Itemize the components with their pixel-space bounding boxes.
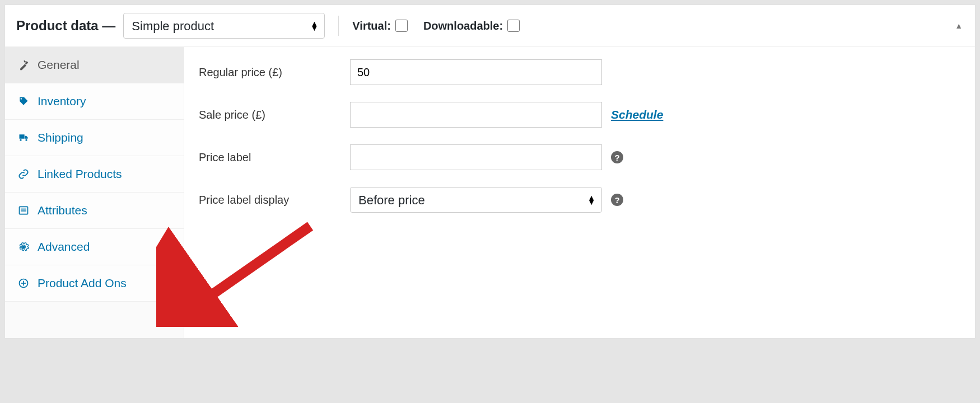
- tab-label: General: [38, 58, 80, 72]
- tab-label: Inventory: [38, 95, 86, 108]
- sale-price-input[interactable]: [350, 102, 602, 128]
- list-icon: [17, 204, 30, 217]
- tab-product-add-ons[interactable]: Product Add Ons: [5, 265, 184, 302]
- panel-header: Product data — Simple product ▲▼ Virtual…: [5, 5, 975, 47]
- downloadable-label: Downloadable:: [423, 20, 503, 32]
- tab-attributes[interactable]: Attributes: [5, 193, 184, 229]
- product-type-select[interactable]: Simple product: [123, 13, 325, 39]
- tab-content-general: Regular price (£) Sale price (£) Schedul…: [184, 47, 975, 338]
- panel-title: Product data —: [16, 18, 115, 34]
- link-icon: [17, 168, 30, 180]
- tab-label: Shipping: [38, 131, 83, 144]
- field-price-label-display: Price label display Before price ▲▼ ?: [199, 187, 960, 213]
- gear-icon: [17, 241, 30, 253]
- plus-circle-icon: [17, 277, 30, 289]
- tab-shipping[interactable]: Shipping: [5, 120, 184, 156]
- virtual-label: Virtual:: [352, 20, 391, 32]
- price-label-display-label: Price label display: [199, 194, 350, 207]
- collapse-icon[interactable]: ▲: [955, 21, 963, 30]
- tab-linked-products[interactable]: Linked Products: [5, 156, 184, 193]
- downloadable-checkbox[interactable]: [507, 20, 520, 32]
- svg-point-3: [22, 246, 25, 249]
- field-regular-price: Regular price (£): [199, 59, 960, 85]
- sale-price-label: Sale price (£): [199, 109, 350, 121]
- tab-label: Linked Products: [38, 167, 122, 181]
- product-data-tabs: General Inventory Shipping Linked Produc…: [5, 47, 184, 338]
- field-sale-price: Sale price (£) Schedule: [199, 102, 960, 128]
- tab-label: Attributes: [38, 204, 87, 217]
- tab-label: Product Add Ons: [38, 277, 127, 290]
- virtual-toggle: Virtual:: [352, 20, 408, 32]
- tab-label: Advanced: [38, 240, 90, 254]
- tab-inventory[interactable]: Inventory: [5, 83, 184, 120]
- schedule-link[interactable]: Schedule: [611, 108, 663, 121]
- regular-price-label: Regular price (£): [199, 66, 350, 79]
- product-type-select-wrap: Simple product ▲▼: [123, 13, 325, 39]
- virtual-checkbox[interactable]: [395, 20, 408, 32]
- product-data-panel: Product data — Simple product ▲▼ Virtual…: [4, 4, 976, 339]
- vertical-separator: [338, 16, 339, 36]
- tag-icon: [17, 95, 30, 107]
- wrench-icon: [17, 59, 30, 71]
- regular-price-input[interactable]: [350, 59, 602, 85]
- price-label-display-select[interactable]: Before price: [350, 187, 602, 213]
- price-label-input[interactable]: [350, 144, 602, 170]
- field-price-label: Price label ?: [199, 144, 960, 170]
- tab-general[interactable]: General: [5, 47, 184, 83]
- tab-advanced[interactable]: Advanced: [5, 229, 184, 265]
- downloadable-toggle: Downloadable:: [423, 20, 520, 32]
- panel-body: General Inventory Shipping Linked Produc…: [5, 47, 975, 338]
- truck-icon: [17, 132, 30, 144]
- help-icon[interactable]: ?: [611, 151, 623, 163]
- price-label-label: Price label: [199, 151, 350, 164]
- help-icon[interactable]: ?: [611, 194, 623, 206]
